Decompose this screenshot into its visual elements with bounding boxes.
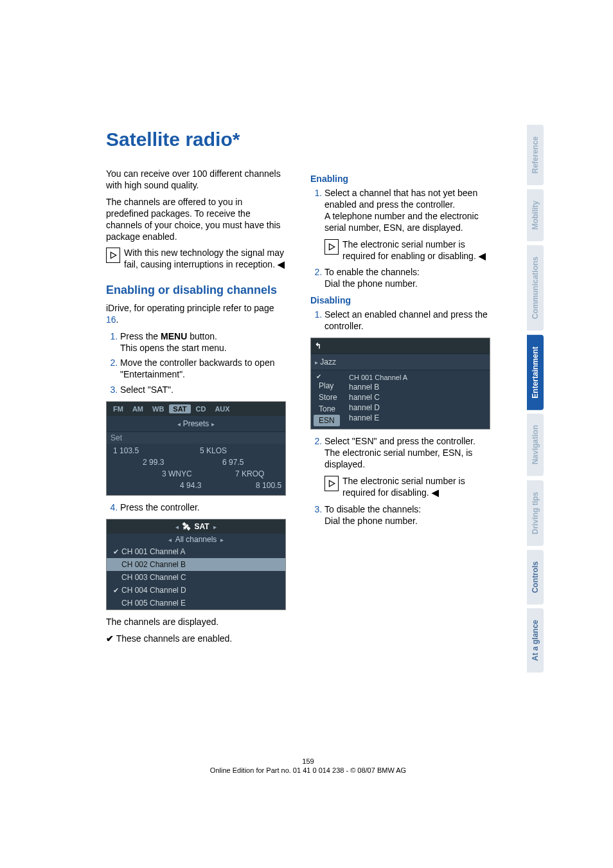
station-2: 2 99.3 <box>143 458 164 467</box>
left-column: You can receive over 100 different chann… <box>106 168 286 650</box>
station-7: 7 KROQ <box>235 469 264 478</box>
sat-header: ◂ 🛰 SAT ▸ <box>107 520 285 534</box>
channels-enabled-legend: ✔ These channels are enabled. <box>106 633 286 645</box>
disabling-steps: Select an enabled channel and press the … <box>310 309 490 332</box>
en-note-text: The electronic serial number is required… <box>342 239 476 261</box>
allch-arrow-left-icon: ◂ <box>168 536 172 543</box>
screenshot-sat-channels: ◂ 🛰 SAT ▸ ◂ All channels ▸ ✔CH 001 Chann… <box>106 519 286 610</box>
step-2: Move the controller backwards to open "E… <box>120 357 286 381</box>
presets-arrow-left-icon: ◂ <box>177 420 181 428</box>
back-icon: ↰ <box>315 341 321 350</box>
step-1: Press the MENU button. This opens the st… <box>120 331 286 354</box>
tab-controls[interactable]: Controls <box>527 550 544 604</box>
tab-sat: SAT <box>169 404 190 413</box>
menu-play: Play <box>314 380 349 392</box>
station-1: 1 103.5 <box>113 446 139 455</box>
channel-row-b: ✔CH 002 Channel B <box>107 558 285 571</box>
disabling-steps-2: Select "ESN" and press the controller. T… <box>310 436 490 471</box>
intro-p1: You can receive over 100 different chann… <box>106 168 286 192</box>
stations-grid: 1 103.5 5 KLOS 2 99.3 6 97.5 3 WNYC 7 KR… <box>107 444 285 495</box>
set-row: Set <box>107 432 285 444</box>
s1a: Press the <box>120 331 161 341</box>
steps-enable: Press the MENU button. This opens the st… <box>106 331 286 397</box>
end-marker-icon: ◀ <box>479 251 486 261</box>
right-column: Enabling Select a channel that has not y… <box>310 168 490 650</box>
jazz-arrow-icon: ▸ <box>315 359 318 366</box>
idrive-post: . <box>116 314 119 325</box>
menu-store: Store <box>314 392 349 403</box>
station-6: 6 97.5 <box>222 458 244 467</box>
idrive-ref: iDrive, for operating principle refer to… <box>106 303 286 326</box>
channels-displayed: The channels are displayed. <box>106 617 286 628</box>
tab-communications[interactable]: Communications <box>527 245 544 330</box>
channel-row-d: ✔CH 004 Channel D <box>107 584 285 597</box>
tab-entertainment[interactable]: Entertainment <box>527 335 544 410</box>
dis-step-3: To disable the channels: Dial the phone … <box>324 504 490 527</box>
channel-row-e: ✔CH 005 Channel E <box>107 597 285 610</box>
screenshot-esn-menu: ↰ ▸ Jazz ✔ Play Store Tone ESN CH 001 <box>310 338 490 429</box>
svg-marker-1 <box>329 244 334 250</box>
intro-p2: The channels are offered to you in prede… <box>106 197 286 243</box>
sat-arrow-left-icon: ◂ <box>175 523 179 530</box>
note-icon <box>106 248 120 263</box>
heading-disabling: Disabling <box>310 295 490 305</box>
menu-button-label: MENU <box>161 331 187 341</box>
idrive-pre: iDrive, for operating principle refer to… <box>106 303 274 313</box>
side-tabs: At a glance Controls Driving tips Naviga… <box>527 125 544 673</box>
channel-row-c: ✔CH 003 Channel C <box>107 571 285 584</box>
sat-arrow-right-icon: ▸ <box>213 523 217 530</box>
note-esn-enable: The electronic serial number is required… <box>324 239 490 262</box>
screenshot-radio-presets: FM AM WB SAT CD AUX ◂ Presets ▸ Set 1 10… <box>106 401 286 496</box>
note-esn-disable: The electronic serial number is required… <box>324 476 490 499</box>
jazz-label: Jazz <box>320 357 336 366</box>
enabling-steps-2: To enable the channels: Dial the phone n… <box>310 267 490 290</box>
en-step-2: To enable the channels: Dial the phone n… <box>324 267 490 290</box>
presets-row: ◂ Presets ▸ <box>107 416 285 432</box>
esn-menu: ✔ Play Store Tone ESN <box>311 370 349 429</box>
all-channels-label: All channels <box>175 535 217 544</box>
presets-label: Presets <box>183 419 209 428</box>
tab-reference[interactable]: Reference <box>527 125 544 185</box>
dis-step-1: Select an enabled channel and press the … <box>324 309 490 332</box>
sat-icon: 🛰 <box>182 522 190 531</box>
ch001: CH 001 Channel A <box>349 373 490 382</box>
ch-d: hannel D <box>349 402 490 413</box>
tab-aux: AUX <box>211 404 233 413</box>
station-5: 5 KLOS <box>200 446 227 455</box>
step-3: Select "SAT". <box>120 384 286 396</box>
footer: 159 Online Edition for Part no. 01 41 0 … <box>106 757 510 774</box>
menu-esn: ESN <box>314 415 340 426</box>
page-number: 159 <box>106 757 510 765</box>
page-title: Satellite radio* <box>106 129 574 150</box>
svg-marker-2 <box>329 480 334 487</box>
all-channels-row: ◂ All channels ▸ <box>107 534 285 545</box>
station-4: 4 94.3 <box>180 481 201 490</box>
tab-wb: WB <box>148 404 168 413</box>
tab-mobility[interactable]: Mobility <box>527 189 544 241</box>
note-signal: With this new technology the signal may … <box>106 248 286 271</box>
disabling-steps-3: To disable the channels: Dial the phone … <box>310 504 490 527</box>
station-8: 8 100.5 <box>256 481 281 490</box>
channel-row-a: ✔CH 001 Channel A <box>107 545 285 558</box>
check-icon: ✔ <box>113 548 119 556</box>
tab-navigation[interactable]: Navigation <box>527 413 544 476</box>
s1-line2: This opens the start menu. <box>120 343 227 353</box>
heading-enabling: Enabling <box>310 174 490 184</box>
ch-b: hannel B <box>349 382 490 392</box>
tab-fm: FM <box>109 404 127 413</box>
dis-step-2: Select "ESN" and press the controller. T… <box>324 436 490 471</box>
idrive-page-link[interactable]: 16 <box>106 314 116 325</box>
en-step-1: Select a channel that has not yet been e… <box>324 188 490 234</box>
tab-at-a-glance[interactable]: At a glance <box>527 608 544 673</box>
tab-driving-tips[interactable]: Driving tips <box>527 480 544 546</box>
s1c: button. <box>187 331 217 341</box>
channel-list: CH 001 Channel A hannel B hannel C hanne… <box>349 370 490 429</box>
presets-arrow-right-icon: ▸ <box>211 420 215 428</box>
check-icon: ✔ <box>113 586 119 594</box>
steps-enable-cont: Press the controller. <box>106 502 286 514</box>
note-text: With this new technology the signal may … <box>124 248 284 269</box>
allch-arrow-right-icon: ▸ <box>220 536 224 543</box>
check-icon: ✔ <box>106 633 114 644</box>
ch-c: hannel C <box>349 392 490 402</box>
menu-tone: Tone <box>314 403 349 415</box>
